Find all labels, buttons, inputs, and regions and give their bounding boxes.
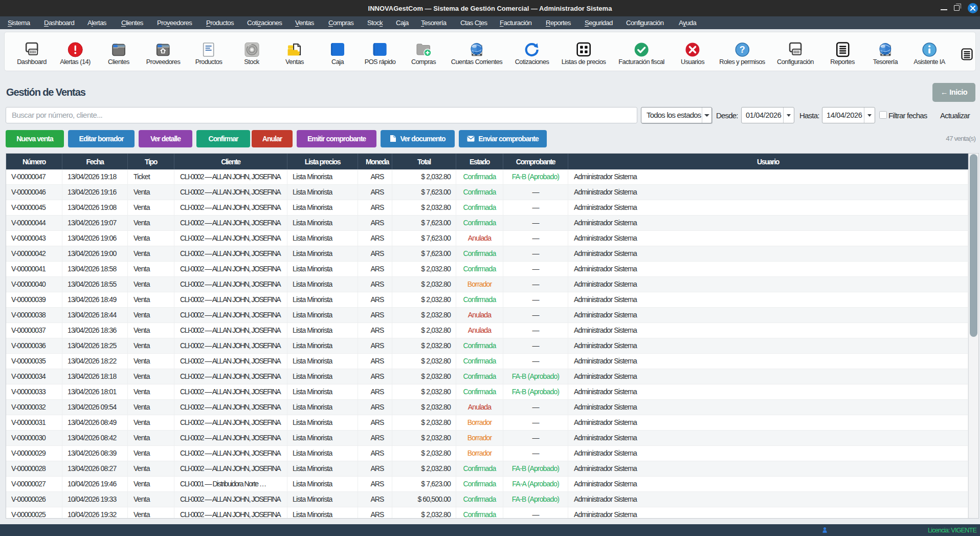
svg-text:?: ? [740,45,745,55]
